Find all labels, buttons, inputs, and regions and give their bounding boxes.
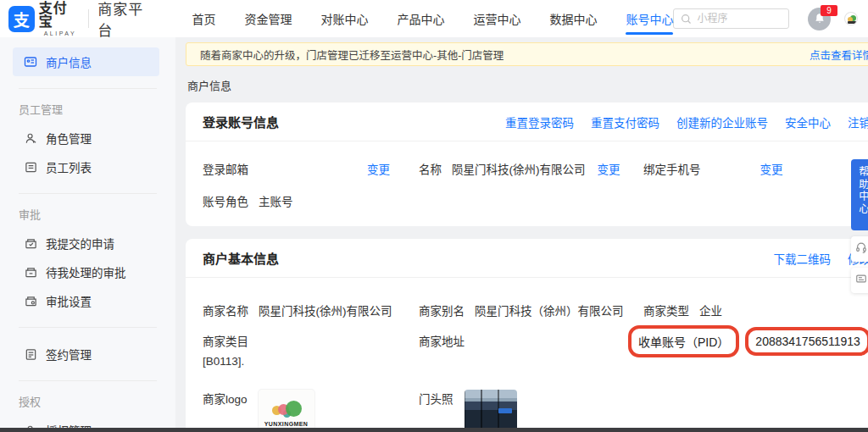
reset-login-password-link[interactable]: 重置登录密码	[505, 114, 574, 130]
merchant-alias-label: 商家别名	[419, 302, 465, 318]
header-search[interactable]	[673, 8, 789, 29]
top-nav: 首页 资金管理 对账中心 产品中心 运营中心 数据中心 账号中心	[192, 0, 673, 37]
sidebar-item-approval-settings[interactable]: 审批设置	[0, 286, 175, 315]
account-role-label: 账号角色	[203, 192, 248, 209]
pid-value-annotation: 2088341756511913	[745, 327, 868, 356]
sidebar-divider	[19, 193, 157, 194]
account-name-value: 陨星门科技(徐州)有限公司	[452, 160, 586, 177]
nav-data[interactable]: 数据中心	[549, 0, 597, 37]
account-role-field: 账号角色 主账号	[203, 192, 868, 209]
sidebar-divider	[19, 380, 157, 381]
sidebar-item-merchant-info[interactable]: 商户信息	[13, 47, 159, 76]
change-email-link[interactable]: 变更	[367, 160, 390, 177]
help-float-widget: 帮助中心	[851, 159, 868, 293]
search-icon	[681, 14, 692, 25]
sidebar-section-auth: 授权	[0, 393, 175, 409]
search-input[interactable]	[697, 13, 782, 25]
download-qrcode-link[interactable]: 下载二维码	[773, 250, 831, 267]
id-card-icon	[24, 55, 37, 69]
sidebar-item-my-applications[interactable]: 我提交的申请	[0, 229, 175, 258]
account-role-value: 主账号	[259, 192, 293, 209]
nav-operations[interactable]: 运营中心	[473, 0, 520, 37]
sidebar-item-label: 商户信息	[46, 53, 92, 70]
merchant-name-label: 商家名称	[203, 302, 248, 318]
person-icon	[24, 131, 37, 145]
alipay-logo-icon[interactable]: 支	[8, 6, 35, 32]
sidebar-divider	[19, 88, 157, 89]
merchant-name-value: 陨星门科技(徐州)有限公司	[259, 302, 392, 318]
login-card-title: 登录账号信息	[203, 113, 279, 130]
main-content: 随着商家中心的升级，门店管理已迁移至运营中心-其他-门店管理 点击查看详情 商户…	[175, 37, 868, 428]
nav-account-center[interactable]: 账号中心	[626, 0, 673, 37]
login-account-card: 登录账号信息 重置登录密码 重置支付密码 创建新的企业账号 安全中心 注销 登录…	[186, 102, 868, 226]
security-center-link[interactable]: 安全中心	[785, 114, 831, 130]
notification-badge: 9	[821, 5, 837, 16]
bottom-edge-strip	[0, 428, 868, 432]
pid-field: 收单账号（PID） 2088341756511913	[628, 325, 868, 357]
nav-products[interactable]: 产品中心	[397, 0, 444, 37]
merchant-basic-info-card: 商户基本信息 下载二维码 修改 商家名称 陨星门科技(徐州)有限公司 商家别名	[186, 239, 868, 432]
sidebar-item-contract-management[interactable]: 签约管理	[0, 340, 175, 368]
feedback-button[interactable]	[851, 268, 868, 293]
notice-text: 随着商家中心的升级，门店管理已迁移至运营中心-其他-门店管理	[200, 47, 504, 63]
merchant-category-label: 商家类目	[203, 332, 419, 349]
merchant-address-field: 商家地址	[419, 332, 643, 349]
customer-service-button[interactable]	[851, 236, 868, 262]
logo-text: YUNXINGMEN	[264, 421, 308, 427]
avatar[interactable]	[844, 12, 858, 25]
nav-reconciliation[interactable]: 对账中心	[320, 0, 368, 37]
sidebar-item-label: 审批设置	[46, 292, 92, 309]
notice-bar: 随着商家中心的升级，门店管理已迁移至运营中心-其他-门店管理 点击查看详情	[186, 42, 868, 66]
merchant-logo-field: 商家logo YUNXINGMEN Meteorite Gate Xuzhou …	[203, 390, 419, 432]
brand-en: ALIPAY	[44, 30, 76, 36]
pid-label-annotation: 收单账号（PID）	[628, 325, 739, 357]
header-divider	[88, 9, 89, 28]
create-enterprise-account-link[interactable]: 创建新的企业账号	[676, 114, 768, 130]
sidebar-item-staff-list[interactable]: 员工列表	[0, 152, 175, 181]
account-name-label: 名称	[419, 160, 442, 177]
storefront-photo-field: 门头照	[419, 390, 643, 432]
storefront-photo-image	[465, 390, 517, 432]
change-phone-link[interactable]: 变更	[760, 160, 783, 177]
sidebar-section-approval: 审批	[0, 206, 175, 222]
merchant-card-title: 商户基本信息	[203, 249, 279, 267]
login-email-field: 登录邮箱 变更	[203, 160, 419, 177]
headset-icon	[855, 241, 867, 257]
merchant-alias-field: 商家别名 陨星门科技（徐州）有限公司	[419, 302, 643, 318]
breadcrumb: 商户信息	[187, 77, 868, 93]
bound-phone-label: 绑定手机号	[643, 160, 701, 177]
merchant-category-field: 商家类目 [B0113].	[203, 332, 419, 368]
merchant-type-value: 企业	[699, 302, 722, 318]
login-email-label: 登录邮箱	[203, 160, 248, 177]
product-title: 商家平台	[97, 0, 158, 40]
sidebar: 商户信息 员工管理 角色管理 员工列表 审批	[0, 37, 175, 428]
sidebar-item-role-management[interactable]: 角色管理	[0, 124, 175, 152]
reset-pay-password-link[interactable]: 重置支付密码	[591, 114, 659, 130]
document-icon	[24, 347, 37, 361]
sidebar-item-label: 角色管理	[46, 130, 92, 147]
sidebar-item-pending-approvals[interactable]: 待我处理的审批	[0, 258, 175, 286]
feedback-icon	[855, 273, 867, 288]
brand-cn: 支付宝	[39, 2, 81, 29]
merchant-address-label: 商家地址	[419, 332, 465, 349]
merchant-type-label: 商家类型	[643, 302, 689, 318]
notice-detail-link[interactable]: 点击查看详情	[810, 47, 868, 63]
help-center-tab[interactable]: 帮助中心	[851, 159, 868, 230]
notification-area: 9	[808, 8, 831, 30]
nav-home[interactable]: 首页	[192, 0, 215, 37]
logout-link[interactable]: 注销	[848, 114, 868, 130]
sidebar-item-label: 签约管理	[46, 346, 92, 363]
sidebar-item-label: 待我处理的审批	[46, 263, 126, 280]
logo-circles-graphic	[269, 400, 304, 418]
inbox-gear-icon	[24, 294, 37, 307]
sidebar-divider	[19, 327, 157, 328]
merchant-name-field: 商家名称 陨星门科技(徐州)有限公司	[203, 302, 419, 318]
inbox-icon	[24, 265, 37, 279]
merchant-logo-label: 商家logo	[203, 390, 248, 407]
bound-phone-field: 绑定手机号 变更	[643, 160, 868, 177]
merchant-type-field: 商家类型 企业	[643, 302, 868, 318]
nav-funds[interactable]: 资金管理	[244, 0, 292, 37]
change-name-link[interactable]: 变更	[598, 160, 620, 177]
alipay-brand: 支付宝 ALIPAY	[39, 2, 81, 36]
merchant-alias-value: 陨星门科技（徐州）有限公司	[475, 302, 624, 318]
